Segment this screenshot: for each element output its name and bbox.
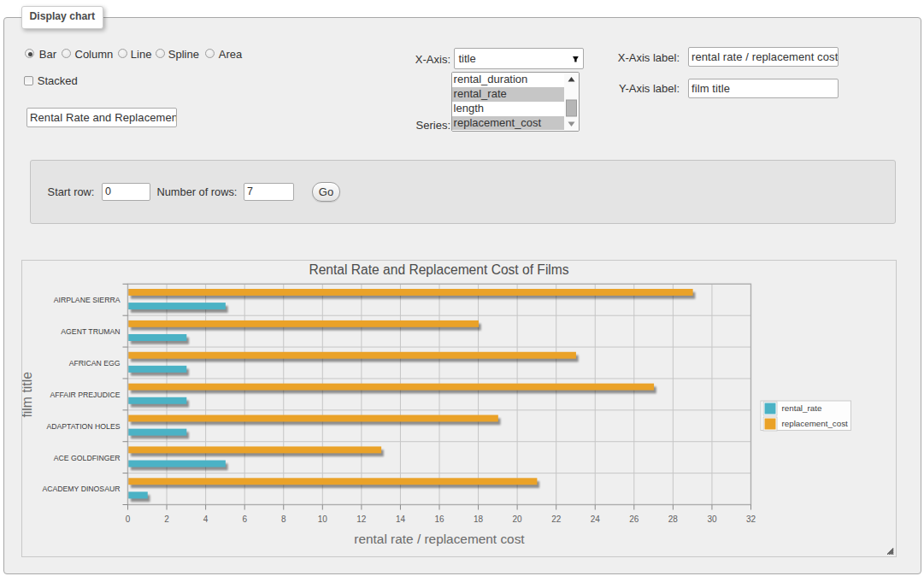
svg-text:24: 24 [591, 514, 601, 523]
svg-text:AGENT TRUMAN: AGENT TRUMAN [61, 327, 120, 336]
svg-text:22: 22 [551, 514, 562, 523]
svg-text:20: 20 [513, 514, 523, 523]
svg-text:2: 2 [164, 514, 169, 523]
svg-text:16: 16 [434, 514, 444, 523]
svg-text:rental_rate: rental_rate [782, 403, 822, 413]
svg-text:AFFAIR PREJUDICE: AFFAIR PREJUDICE [50, 390, 120, 398]
svg-text:ADAPTATION HOLES: ADAPTATION HOLES [46, 421, 120, 430]
svg-text:Rental Rate and Replacement Co: Rental Rate and Replacement Cost of Film… [309, 262, 568, 277]
svg-text:replacement_cost: replacement_cost [782, 419, 849, 428]
svg-text:12: 12 [356, 514, 367, 523]
svg-text:rental rate / replacement cost: rental rate / replacement cost [354, 532, 525, 546]
svg-text:18: 18 [474, 514, 484, 523]
svg-text:10: 10 [318, 514, 328, 523]
svg-text:6: 6 [242, 514, 247, 523]
svg-text:26: 26 [629, 514, 639, 523]
svg-text:32: 32 [746, 514, 756, 523]
svg-text:AIRPLANE SIERRA: AIRPLANE SIERRA [54, 296, 121, 304]
svg-text:0: 0 [126, 514, 131, 523]
svg-text:ACE GOLDFINGER: ACE GOLDFINGER [54, 453, 121, 461]
svg-text:8: 8 [281, 514, 286, 523]
svg-text:14: 14 [396, 514, 406, 523]
svg-text:AFRICAN EGG: AFRICAN EGG [69, 358, 121, 367]
svg-text:film title: film title [22, 371, 34, 417]
svg-text:4: 4 [203, 514, 209, 523]
svg-text:ACADEMY DINOSAUR: ACADEMY DINOSAUR [42, 485, 120, 493]
svg-text:30: 30 [707, 514, 717, 523]
svg-text:28: 28 [668, 514, 679, 523]
